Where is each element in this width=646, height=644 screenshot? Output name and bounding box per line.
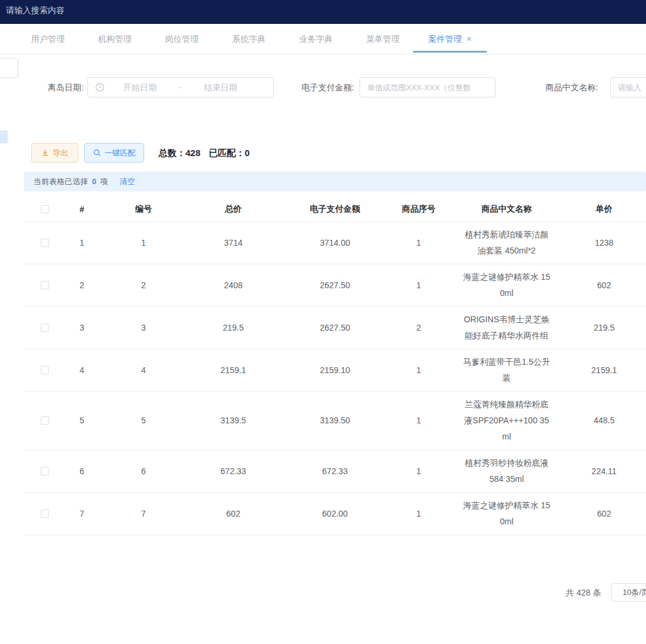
matched-label: 已匹配： xyxy=(209,148,245,158)
col-header-seq: 商品序号 xyxy=(392,197,445,221)
tab-post-management[interactable]: 岗位管理 xyxy=(148,24,215,54)
row-checkbox[interactable] xyxy=(41,467,49,475)
row-checkbox[interactable] xyxy=(41,323,49,332)
clear-selection-link[interactable]: 清空 xyxy=(120,177,135,186)
cell-seq: 1 xyxy=(392,492,445,535)
tab-system-dictionary[interactable]: 系统字典 xyxy=(215,24,282,54)
export-button[interactable]: 导出 xyxy=(31,143,78,163)
row-checkbox[interactable] xyxy=(41,509,49,518)
cell-total: 3139.5 xyxy=(189,391,278,450)
start-date-input[interactable] xyxy=(105,78,175,96)
cell-index: 2 xyxy=(66,264,98,306)
top-navigation-bar xyxy=(0,0,646,24)
filter-row: 离岛日期: - 电子支付金额: 商品中文名称: xyxy=(0,77,646,97)
table-row[interactable]: 1 1 3714 3714.00 1 植村秀新琥珀臻萃洁颜油套装 450ml*2… xyxy=(24,221,646,264)
sidebar-collapse-handle[interactable] xyxy=(0,58,18,78)
tab-bar: 用户管理 机构管理 岗位管理 系统字典 业务字典 菜单管理 案件管理× xyxy=(0,24,646,54)
cell-paid: 3714.00 xyxy=(278,221,392,264)
cell-seq: 1 xyxy=(392,535,445,541)
cell-product-name: 植村秀羽纱持妆粉底液 584 35ml xyxy=(445,450,568,492)
cell-seq: 1 xyxy=(392,221,445,264)
cell-unit-price: 602 xyxy=(568,492,640,535)
cell-index: 5 xyxy=(66,391,98,450)
end-date-input[interactable] xyxy=(185,78,256,96)
search-icon xyxy=(93,149,101,157)
epayment-amount-input[interactable] xyxy=(359,77,496,97)
cell-product-name: 植村秀新琥珀臻萃洁颜油套装 450ml*2 xyxy=(445,221,568,264)
cell-total: 2159.1 xyxy=(189,349,278,391)
table-row[interactable]: 7 7 602 602.00 1 海蓝之谜修护精萃水 150ml 602 xyxy=(24,492,646,535)
cell-unit-price: 602 xyxy=(568,264,640,306)
close-tab-icon[interactable]: × xyxy=(467,34,471,44)
cell-paid: 3139.50 xyxy=(278,391,392,450)
selection-count: 0 xyxy=(90,177,98,186)
tab-org-management[interactable]: 机构管理 xyxy=(81,24,148,54)
cell-seq: 1 xyxy=(392,391,445,450)
epayment-amount-label: 电子支付金额: xyxy=(281,77,354,97)
cell-code: 4 xyxy=(98,349,189,391)
tab-business-dictionary[interactable]: 业务字典 xyxy=(282,24,349,54)
table-body: 1 1 3714 3714.00 1 植村秀新琥珀臻萃洁颜油套装 450ml*2… xyxy=(24,221,646,541)
cell-seq: 1 xyxy=(392,450,445,492)
select-all-checkbox[interactable] xyxy=(41,205,49,213)
table-row[interactable]: 2 2 2408 2627.50 1 海蓝之谜修护精萃水 150ml 602 xyxy=(24,264,646,306)
cell-product-name: 兰蔻菁纯臻颜精华粉底液SPF20PA+++100 35ml xyxy=(445,391,568,450)
date-range-picker[interactable]: - xyxy=(87,77,274,97)
cell-index: 6 xyxy=(66,450,98,492)
left-edge-tag-fragment xyxy=(0,130,8,144)
tab-case-management[interactable]: 案件管理× xyxy=(416,24,483,54)
cell-code: 5 xyxy=(98,391,189,450)
total-label: 总数： xyxy=(159,148,185,158)
cell-total: 1399.47 xyxy=(189,535,278,541)
cell-code: 7 xyxy=(98,492,189,535)
row-checkbox[interactable] xyxy=(41,239,49,247)
global-search-input[interactable] xyxy=(6,2,185,18)
total-value: 428 xyxy=(185,148,200,158)
table-row[interactable]: 6 6 672.33 672.33 1 植村秀羽纱持妆粉底液 584 35ml … xyxy=(24,450,646,492)
row-checkbox[interactable] xyxy=(41,416,49,425)
cell-total: 602 xyxy=(189,492,278,535)
col-header-unit: 单价 xyxy=(568,197,640,221)
matched-value: 0 xyxy=(245,148,249,158)
selection-info-bar: 当前表格已选择 0 项 清空 xyxy=(24,172,646,191)
cell-product-name: 马爹利蓝带干邑1.5公升装 xyxy=(445,349,568,391)
cell-total: 672.33 xyxy=(189,450,278,492)
col-header-total: 总价 xyxy=(189,197,278,221)
tab-case-management-label: 案件管理 xyxy=(428,34,462,44)
data-table-wrapper: # 编号 总价 电子支付金额 商品序号 商品中文名称 单价 1 1 3714 3… xyxy=(24,197,646,541)
table-row[interactable]: 3 3 219.5 2627.50 2 ORIGINS韦博士灵芝焕能好底子精华水… xyxy=(24,306,646,349)
cell-total: 2408 xyxy=(189,264,278,306)
cell-paid: 672.33 xyxy=(278,450,392,492)
table-row[interactable]: 8 8 1399.47 1399.47 1 卡诗菁纯亮泽经典香氛柔亮护发精油 1… xyxy=(24,535,646,541)
cell-unit-price: 219.5 xyxy=(568,306,640,349)
row-checkbox[interactable] xyxy=(41,366,49,374)
page-size-select[interactable]: 10条/页 xyxy=(611,583,646,602)
cell-product-name: 卡诗菁纯亮泽经典香氛柔亮护发精油 100ml xyxy=(445,535,568,541)
cell-unit-price: 448.5 xyxy=(568,391,640,450)
depart-date-label: 离岛日期: xyxy=(24,77,84,97)
cell-code: 6 xyxy=(98,450,189,492)
tab-menu-management[interactable]: 菜单管理 xyxy=(349,24,416,54)
cell-code: 3 xyxy=(98,306,189,349)
cell-index: 4 xyxy=(66,349,98,391)
col-header-index: # xyxy=(66,197,98,221)
col-header-code: 编号 xyxy=(98,197,189,221)
cell-product-name: 海蓝之谜修护精萃水 150ml xyxy=(445,492,568,535)
product-name-label: 商品中文名称: xyxy=(526,77,598,97)
cell-code: 8 xyxy=(98,535,189,541)
tab-user-management[interactable]: 用户管理 xyxy=(14,24,81,54)
cell-paid: 2159.10 xyxy=(278,349,392,391)
clock-icon xyxy=(95,83,105,92)
cell-total: 219.5 xyxy=(189,306,278,349)
row-checkbox[interactable] xyxy=(41,281,49,289)
cell-index: 1 xyxy=(66,221,98,264)
cell-seq: 1 xyxy=(392,349,445,391)
product-name-input[interactable] xyxy=(610,77,646,97)
export-button-label: 导出 xyxy=(53,148,68,158)
col-header-name: 商品中文名称 xyxy=(445,197,568,221)
one-click-match-button[interactable]: 一键匹配 xyxy=(84,143,144,163)
date-range-separator: - xyxy=(175,83,185,92)
table-row[interactable]: 5 5 3139.5 3139.50 1 兰蔻菁纯臻颜精华粉底液SPF20PA+… xyxy=(24,391,646,450)
table-row[interactable]: 4 4 2159.1 2159.10 1 马爹利蓝带干邑1.5公升装 2159.… xyxy=(24,349,646,391)
download-icon xyxy=(41,149,49,157)
